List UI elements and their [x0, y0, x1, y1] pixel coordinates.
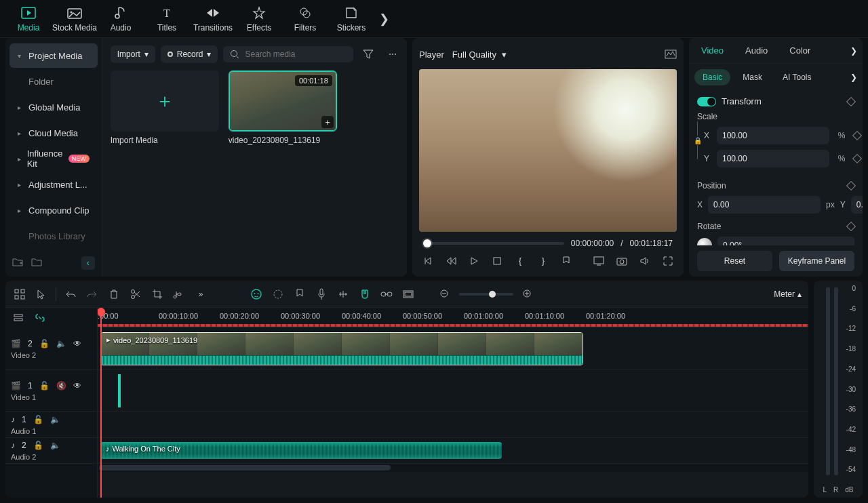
- keyframe-diamond-icon[interactable]: [846, 96, 856, 106]
- tl-undo-icon[interactable]: [63, 287, 78, 302]
- tl-link-icon[interactable]: [379, 287, 394, 302]
- track-video2[interactable]: ▸video_20230809_113619: [98, 328, 808, 370]
- tl-linktrack-icon[interactable]: [33, 310, 47, 325]
- media-clip-card[interactable]: 00:01:18 ＋ video_20230809_113619: [229, 71, 337, 145]
- prev-frame-icon[interactable]: [422, 255, 434, 267]
- tab-effects[interactable]: Effects: [236, 0, 282, 38]
- eye-icon[interactable]: 👁: [73, 339, 81, 348]
- meter-toggle[interactable]: Meter ▴: [774, 289, 802, 299]
- lock-open-icon[interactable]: 🔓: [39, 339, 50, 348]
- sidebar-item-photos-library[interactable]: Photos Library: [9, 224, 98, 248]
- volume-icon[interactable]: [639, 255, 651, 267]
- track-video1[interactable]: [98, 370, 808, 412]
- zoom-in-icon[interactable]: [520, 287, 535, 302]
- playhead[interactable]: [100, 308, 102, 498]
- tl-select-icon[interactable]: [34, 287, 49, 302]
- scope-icon[interactable]: [665, 49, 677, 59]
- transform-toggle[interactable]: [697, 97, 716, 106]
- timeline-ruler[interactable]: :00:00 00:00:10:00 00:00:20:00 00:00:30:…: [98, 308, 808, 328]
- track-audio1[interactable]: [98, 412, 808, 438]
- tab-filters[interactable]: Filters: [282, 0, 328, 38]
- mute-icon[interactable]: 🔈: [50, 441, 60, 450]
- collapse-sidebar-icon[interactable]: ‹: [81, 256, 95, 270]
- track-head-video1[interactable]: 🎬1🔓🔇👁 Video 1: [5, 370, 97, 412]
- keyframe-diamond-icon[interactable]: [846, 181, 856, 190]
- inspector-tab-color[interactable]: Color: [783, 41, 817, 60]
- sidebar-item-global-media[interactable]: ▸Global Media: [9, 95, 98, 119]
- mute-on-icon[interactable]: 🔇: [56, 381, 66, 390]
- sidebar-item-compound-clip[interactable]: ▸Compound Clip: [9, 198, 98, 222]
- subtab-ai-tools[interactable]: AI Tools: [774, 69, 819, 85]
- tl-marker-icon[interactable]: [292, 287, 307, 302]
- tl-magnet-icon[interactable]: [357, 287, 372, 302]
- fullscreen-icon[interactable]: [662, 255, 674, 267]
- record-dropdown[interactable]: Record▾: [161, 45, 218, 63]
- tl-color-icon[interactable]: [271, 287, 285, 302]
- clip-marker[interactable]: [118, 374, 121, 407]
- timeline-scrollbar[interactable]: [98, 464, 808, 472]
- track-head-audio1[interactable]: ♪1🔓🔈 Audio 1: [5, 412, 97, 438]
- eye-icon[interactable]: 👁: [73, 381, 81, 390]
- subtabs-next-icon[interactable]: ❯: [850, 73, 857, 82]
- mark-in-icon[interactable]: {: [514, 255, 526, 267]
- lock-open-icon[interactable]: 🔓: [33, 415, 43, 424]
- tab-transitions[interactable]: Transitions: [190, 0, 236, 38]
- track-head-audio2[interactable]: ♪2🔓🔈 Audio 2: [5, 438, 97, 464]
- inspector-tab-video[interactable]: Video: [694, 41, 730, 60]
- stop-icon[interactable]: [491, 255, 503, 267]
- mark-out-icon[interactable]: }: [537, 255, 549, 267]
- tab-stock-media[interactable]: Stock Media: [52, 0, 98, 38]
- zoom-slider[interactable]: [459, 293, 513, 296]
- add-clip-icon[interactable]: ＋: [321, 116, 334, 128]
- top-tabs-next-icon[interactable]: ❯: [374, 12, 393, 26]
- sidebar-item-folder[interactable]: Folder: [9, 69, 98, 94]
- inspector-tab-audio[interactable]: Audio: [738, 41, 774, 60]
- keyframe-diamond-icon[interactable]: [852, 154, 862, 163]
- new-folder-icon[interactable]: [12, 257, 24, 269]
- tab-titles[interactable]: T Titles: [144, 0, 190, 38]
- import-dropdown[interactable]: Import▾: [111, 45, 155, 63]
- mute-icon[interactable]: 🔈: [50, 415, 60, 424]
- scale-y-input[interactable]: [717, 150, 829, 167]
- mute-icon[interactable]: 🔈: [56, 339, 66, 348]
- player-viewport[interactable]: [419, 69, 677, 232]
- marker-add-icon[interactable]: [560, 255, 572, 267]
- rotate-knob[interactable]: [697, 238, 712, 245]
- tl-grid-icon[interactable]: [12, 287, 27, 302]
- track-audio2[interactable]: ♪Walking On The City: [98, 438, 808, 464]
- lock-open-icon[interactable]: 🔓: [39, 381, 50, 390]
- track-head-video2[interactable]: 🎬2🔓🔈👁 Video 2: [5, 328, 97, 370]
- tl-crop-icon[interactable]: [150, 287, 165, 302]
- position-y-input[interactable]: [851, 196, 863, 214]
- clip-video[interactable]: ▸video_20230809_113619: [100, 332, 583, 365]
- tl-delete-icon[interactable]: [106, 287, 121, 302]
- tl-audio-mix-icon[interactable]: [336, 287, 351, 302]
- rewind-icon[interactable]: [445, 255, 457, 267]
- tl-speed-icon[interactable]: [172, 287, 186, 302]
- subtab-mask[interactable]: Mask: [734, 69, 770, 85]
- position-x-input[interactable]: [708, 196, 821, 214]
- sidebar-item-influence-kit[interactable]: ▸Influence KitNEW: [9, 146, 98, 171]
- tl-ai-icon[interactable]: [249, 287, 264, 302]
- search-media[interactable]: [223, 46, 353, 62]
- subtab-basic[interactable]: Basic: [694, 69, 730, 85]
- zoom-out-icon[interactable]: [437, 287, 452, 302]
- folder-icon[interactable]: [31, 257, 43, 269]
- search-input[interactable]: [245, 49, 347, 59]
- tl-more-icon[interactable]: »: [193, 287, 208, 302]
- more-options-icon[interactable]: ⋯: [383, 45, 402, 64]
- sidebar-item-cloud-media[interactable]: ▸Cloud Media: [9, 121, 98, 145]
- clip-audio[interactable]: ♪Walking On The City: [100, 442, 502, 459]
- tl-voiceover-icon[interactable]: [314, 287, 329, 302]
- tl-stack-icon[interactable]: [11, 310, 26, 325]
- keyframe-panel-button[interactable]: Keyframe Panel: [779, 251, 854, 271]
- lock-icon[interactable]: 🔒: [693, 136, 703, 145]
- tl-render-icon[interactable]: [401, 287, 416, 302]
- keyframe-diamond-icon[interactable]: [852, 131, 862, 140]
- reset-button[interactable]: Reset: [697, 251, 772, 271]
- sidebar-item-project-media[interactable]: ▾Project Media: [9, 43, 98, 68]
- tl-redo-icon[interactable]: [85, 287, 100, 302]
- scale-x-input[interactable]: [717, 127, 829, 144]
- display-icon[interactable]: [593, 255, 605, 267]
- snapshot-icon[interactable]: [616, 255, 628, 267]
